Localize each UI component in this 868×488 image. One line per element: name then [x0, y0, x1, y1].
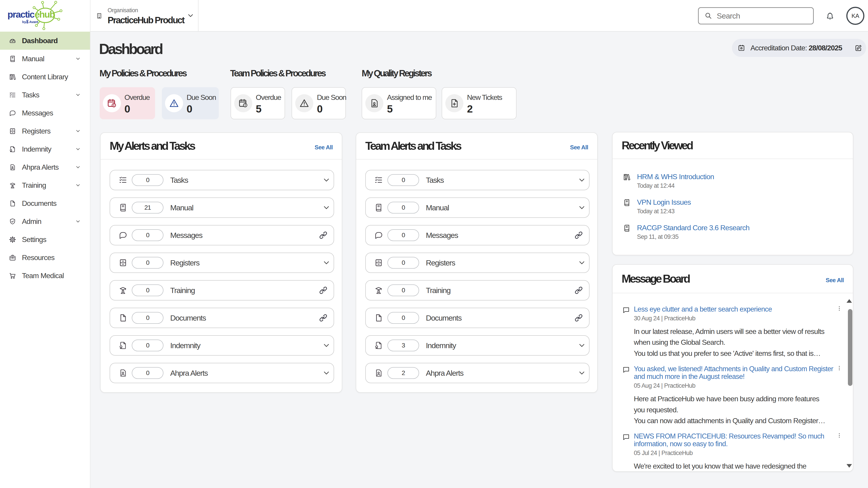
svg-text:practic: practic — [7, 9, 35, 20]
svg-text:Avant: Avant — [29, 20, 38, 24]
svg-text:by: by — [22, 20, 26, 24]
svg-text:ehub: ehub — [35, 9, 55, 20]
